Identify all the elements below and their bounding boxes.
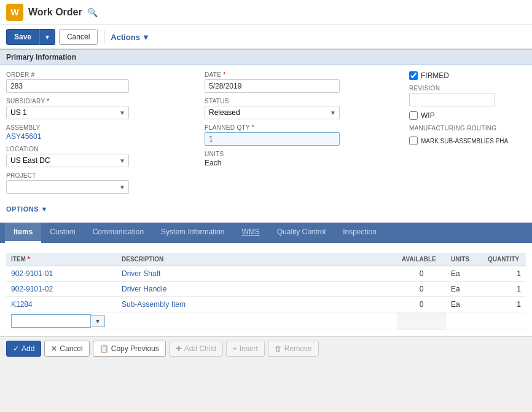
tab-quality-control[interactable]: Quality Control [268, 223, 334, 243]
row-quantity: 1 [483, 297, 526, 312]
tabs-bar: ItemsCustomCommunicationSystem Informati… [0, 223, 532, 243]
status-label: STATUS [205, 98, 391, 105]
tab-custom[interactable]: Custom [41, 223, 84, 243]
item-link[interactable]: K1284 [11, 300, 33, 309]
revision-group: REVISION [409, 85, 526, 106]
wip-label: WIP [421, 111, 435, 120]
options-row[interactable]: OPTIONS ▼ [0, 202, 532, 216]
subsidiary-label: SUBSIDIARY * [6, 98, 192, 105]
new-item-input[interactable] [11, 314, 91, 328]
new-item-dropdown-btn[interactable]: ▼ [91, 315, 105, 327]
desc-link[interactable]: Driver Shaft [122, 269, 160, 278]
item-link[interactable]: 902-9101-01 [11, 269, 53, 278]
subsidiary-select[interactable]: US 1 [6, 106, 129, 119]
location-select-wrapper: US East DC ▼ [6, 154, 129, 167]
firmed-checkbox[interactable] [409, 71, 418, 80]
new-item-input-wrapper: ▼ [11, 314, 112, 328]
planned-qty-group: PLANNED QTY * [205, 124, 391, 146]
date-label: DATE * [205, 71, 391, 78]
form-area: Primary Information ORDER # SUBSIDIARY *… [0, 49, 532, 223]
remove-button[interactable]: 🗑 Remove [268, 341, 319, 357]
status-select-wrapper: Released ▼ [205, 106, 340, 119]
tab-system-info[interactable]: System Information [152, 223, 233, 243]
row-item: K1284 [6, 297, 117, 312]
table-row: 902-9101-01 Driver Shaft 0 Ea 1 [6, 266, 526, 282]
subsidiary-group: SUBSIDIARY * US 1 ▼ [6, 98, 192, 119]
app-logo: W [6, 4, 23, 21]
tab-items[interactable]: Items [5, 223, 41, 243]
order-input[interactable] [6, 79, 129, 93]
new-item-cell: ▼ [6, 312, 117, 330]
app-header: W Work Order 🔍 [0, 0, 532, 25]
assembly-link[interactable]: ASY45601 [6, 132, 41, 141]
location-group: LOCATION US East DC ▼ [6, 146, 192, 167]
new-avail-cell [397, 312, 446, 330]
search-icon[interactable]: 🔍 [87, 7, 98, 17]
action-bar: ✓ Add ✕ Cancel 📋 Copy Previous ✚ Add Chi… [0, 336, 532, 360]
row-units: Ea [446, 266, 483, 282]
save-button[interactable]: Save [6, 29, 39, 45]
action-cancel-button[interactable]: ✕ Cancel [44, 341, 89, 357]
form-body: ORDER # SUBSIDIARY * US 1 ▼ ASSEMBLY ASY… [0, 65, 532, 202]
cancel-button[interactable]: Cancel [59, 29, 98, 45]
revision-label: REVISION [409, 85, 526, 92]
project-label: PROJECT [6, 172, 192, 179]
copy-previous-button[interactable]: 📋 Copy Previous [93, 341, 166, 357]
row-description: Driver Handle [117, 282, 397, 297]
wip-group: WIP [409, 111, 526, 120]
mark-sub-checkbox[interactable] [409, 137, 418, 145]
desc-link[interactable]: Driver Handle [122, 285, 166, 293]
tab-inspection[interactable]: Inspection [334, 223, 385, 243]
project-select[interactable] [6, 180, 129, 194]
status-select[interactable]: Released [205, 106, 340, 119]
firmed-label: FIRMED [421, 71, 449, 80]
insert-button[interactable]: + Insert [226, 341, 265, 357]
items-area: ITEM * DESCRIPTION AVAILABLE UNITS QUANT… [0, 243, 532, 336]
items-table: ITEM * DESCRIPTION AVAILABLE UNITS QUANT… [6, 253, 526, 330]
row-available: 0 [397, 282, 446, 297]
assembly-group: ASSEMBLY ASY45601 [6, 124, 192, 141]
row-item: 902-9101-01 [6, 266, 117, 282]
col-header-item: ITEM * [6, 253, 117, 266]
planned-qty-input[interactable] [205, 132, 340, 146]
new-item-row: ▼ [6, 312, 526, 330]
units-label: UNITS [205, 151, 391, 157]
wip-checkbox[interactable] [409, 111, 418, 120]
col-header-units: UNITS [446, 253, 483, 266]
row-item: 902-9101-02 [6, 282, 117, 297]
manufacturing-routing-label: MANUFACTURING ROUTING [409, 125, 526, 132]
copy-icon: 📋 [100, 344, 109, 353]
table-row: K1284 Sub-Assembly Item 0 Ea 1 [6, 297, 526, 312]
toolbar-separator [104, 30, 104, 44]
tab-wms[interactable]: WMS [233, 223, 268, 243]
mark-sub-group: MARK SUB-ASSEMBLIES PHA [409, 137, 526, 145]
row-available: 0 [397, 297, 446, 312]
add-child-button[interactable]: ✚ Add Child [169, 341, 223, 357]
actions-dropdown-icon: ▼ [142, 33, 150, 42]
item-link[interactable]: 902-9101-02 [11, 285, 53, 293]
desc-link[interactable]: Sub-Assembly Item [122, 300, 186, 309]
project-group: PROJECT ▼ [6, 172, 192, 194]
add-button[interactable]: ✓ Add [6, 341, 41, 357]
new-desc-cell [117, 312, 397, 330]
actions-button[interactable]: Actions ▼ [111, 33, 150, 42]
revision-input[interactable] [409, 93, 495, 106]
units-value: Each [205, 159, 221, 167]
row-quantity: 1 [483, 282, 526, 297]
assembly-label: ASSEMBLY [6, 124, 192, 131]
new-units-cell [446, 312, 483, 330]
date-input[interactable] [205, 79, 340, 93]
firmed-group: FIRMED [409, 71, 526, 80]
row-available: 0 [397, 266, 446, 282]
table-header-row: ITEM * DESCRIPTION AVAILABLE UNITS QUANT… [6, 253, 526, 266]
tab-communication[interactable]: Communication [84, 223, 152, 243]
location-select[interactable]: US East DC [6, 154, 129, 167]
form-col-2: DATE * STATUS Released ▼ PLANNED QTY * [205, 71, 403, 199]
add-child-icon: ✚ [176, 344, 182, 353]
save-dropdown-button[interactable]: ▼ [39, 29, 55, 45]
x-icon: ✕ [51, 344, 57, 353]
col-header-description: DESCRIPTION [117, 253, 397, 266]
mark-sub-label: MARK SUB-ASSEMBLIES PHA [421, 138, 508, 145]
order-label: ORDER # [6, 71, 192, 78]
row-description: Driver Shaft [117, 266, 397, 282]
